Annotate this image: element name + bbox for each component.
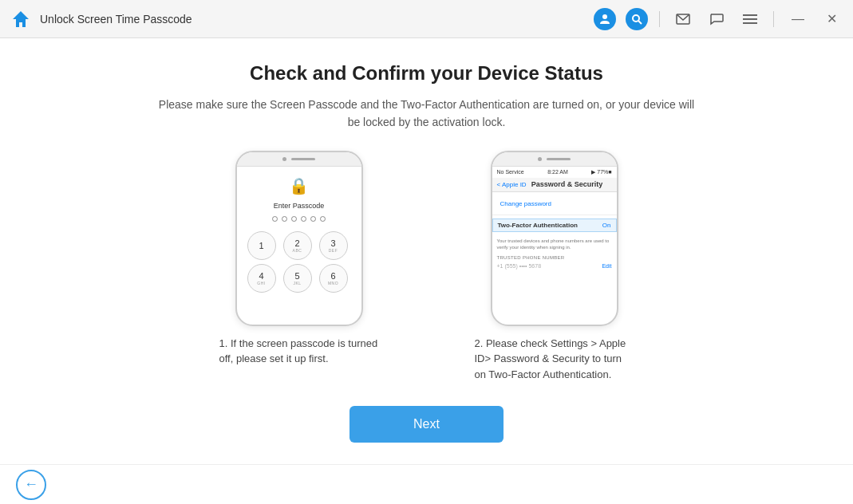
passcode-dot-6 — [320, 216, 326, 222]
phone1-top-bar — [237, 152, 361, 167]
next-button[interactable]: Next — [349, 406, 504, 443]
tfa-label: Two-Factor Authentication — [498, 222, 578, 229]
separator2 — [773, 11, 774, 27]
phone2-desc: Your trusted devices and phone numbers a… — [492, 235, 617, 254]
tfa-row: Two-Factor Authentication On — [492, 219, 617, 232]
title-bar-title: Unlock Screen Time Passcode — [40, 13, 192, 26]
title-bar-left: Unlock Screen Time Passcode — [10, 8, 594, 30]
passcode-dot-2 — [282, 216, 287, 222]
phone2-nav: < Apple ID Password & Security — [492, 178, 617, 192]
back-arrow-icon: ← — [24, 476, 38, 493]
phone-dot — [282, 157, 286, 161]
edit-row: +1 (555) •••• 5678 Edit — [492, 262, 617, 270]
tfa-status: On — [602, 222, 611, 229]
nav-title: Password & Security — [531, 180, 603, 188]
change-password-row: Change password — [497, 197, 612, 211]
mail-icon[interactable] — [671, 10, 695, 28]
time-label: 8:22 AM — [547, 169, 568, 175]
bottom-area: Next — [349, 406, 504, 443]
svg-point-1 — [633, 15, 639, 22]
key-2: 2ABC — [283, 231, 312, 260]
phone2-dot — [538, 157, 542, 161]
user-icon[interactable] — [594, 8, 616, 30]
close-button[interactable]: ✕ — [820, 8, 843, 30]
caption1-text: 1. If the screen passcode is turned off,… — [219, 336, 379, 367]
title-bar-right: — ✕ — [594, 8, 843, 30]
passcode-dots — [272, 216, 326, 222]
trusted-header: TRUSTED PHONE NUMBER — [492, 254, 617, 262]
phone2-frame: No Service 8:22 AM ▶ 77%■ < Apple ID Pas… — [491, 151, 618, 326]
passcode-dot-5 — [310, 216, 316, 222]
key-3: 3DEF — [319, 231, 348, 260]
key-1: 1 — [247, 231, 276, 260]
edit-label: Edit — [602, 263, 611, 269]
keypad: 1 2ABC 3DEF 4GHI 5JKL 6MNO — [247, 231, 351, 293]
phone2-container: No Service 8:22 AM ▶ 77%■ < Apple ID Pas… — [475, 151, 634, 383]
chat-icon[interactable] — [705, 10, 729, 29]
page-title: Check and Confirm your Device Status — [250, 62, 603, 85]
svg-point-0 — [602, 14, 607, 19]
change-password-label: Change password — [500, 200, 551, 207]
phone2-status-bar: No Service 8:22 AM ▶ 77%■ — [492, 167, 617, 178]
phone1-container: 🔒 Enter Passcode 1 2ABC 3DEF 4 — [219, 151, 379, 367]
main-content: Check and Confirm your Device Status Ple… — [0, 38, 853, 464]
enter-passcode-text: Enter Passcode — [274, 202, 325, 210]
footer: ← — [0, 464, 853, 504]
phone2-top-bar — [492, 152, 617, 167]
menu-icon[interactable] — [738, 10, 762, 28]
key-4: 4GHI — [247, 264, 276, 293]
svg-line-2 — [638, 21, 642, 24]
passcode-dot-4 — [301, 216, 306, 222]
passcode-dot-1 — [272, 216, 278, 222]
back-button[interactable]: ← — [16, 470, 46, 500]
phone1-body: 🔒 Enter Passcode 1 2ABC 3DEF 4 — [237, 167, 361, 299]
app-icon — [10, 8, 32, 30]
key-5: 5JKL — [283, 264, 312, 293]
search-icon[interactable] — [626, 8, 648, 30]
phone2-line — [547, 158, 571, 160]
separator — [659, 11, 660, 27]
phone2-body: No Service 8:22 AM ▶ 77%■ < Apple ID Pas… — [492, 167, 617, 270]
key-6: 6MNO — [319, 264, 348, 293]
phone-number: +1 (555) •••• 5678 — [497, 263, 542, 269]
passcode-dot-3 — [291, 216, 297, 222]
no-service-label: No Service — [497, 169, 524, 175]
phone-line — [291, 158, 315, 160]
battery-label: ▶ 77%■ — [591, 169, 611, 175]
lock-icon: 🔒 — [289, 176, 309, 195]
title-bar: Unlock Screen Time Passcode — ✕ — [0, 0, 853, 38]
caption2-text: 2. Please check Settings > Apple ID> Pas… — [475, 336, 634, 383]
phone1-frame: 🔒 Enter Passcode 1 2ABC 3DEF 4 — [235, 151, 363, 326]
nav-back: < Apple ID — [497, 181, 527, 188]
minimize-button[interactable]: — — [785, 9, 811, 30]
page-subtitle: Please make sure the Screen Passcode and… — [156, 96, 698, 132]
phones-area: 🔒 Enter Passcode 1 2ABC 3DEF 4 — [219, 151, 634, 383]
phone2-section: Change password — [492, 192, 617, 215]
